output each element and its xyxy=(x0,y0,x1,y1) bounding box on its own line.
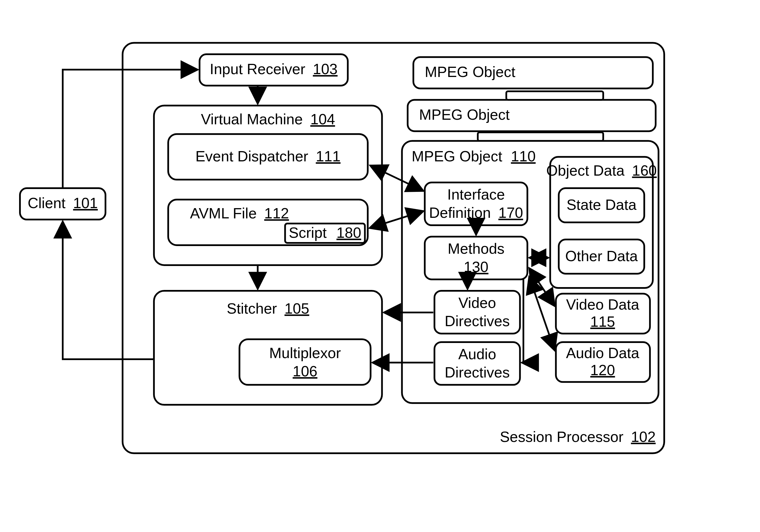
video-data-label: Video Data xyxy=(566,296,639,313)
avml-file-label: AVML File 112 xyxy=(190,205,289,222)
multiplexor-ref: 106 xyxy=(293,363,317,379)
interface-definition-label1: Interface xyxy=(447,186,505,203)
diagram-canvas: Session Processor 102 Client 101 Input R… xyxy=(0,0,760,532)
audio-data-ref: 120 xyxy=(590,362,615,378)
video-directives-label1: Video xyxy=(458,294,496,311)
script-label: Script 180 xyxy=(289,224,361,241)
methods-label: Methods xyxy=(448,240,504,257)
input-receiver-label: Input Receiver 103 xyxy=(210,61,338,77)
client-label: Client 101 xyxy=(28,195,98,211)
methods-ref: 130 xyxy=(464,259,489,275)
audio-directives-label2: Directives xyxy=(445,364,510,380)
multiplexor-label: Multiplexor xyxy=(269,345,341,361)
event-dispatcher-label: Event Dispatcher 111 xyxy=(195,148,341,164)
mpeg-object-label: MPEG Object 110 xyxy=(411,148,536,164)
mpeg-object-tab1 xyxy=(506,91,603,100)
stitcher-label: Stitcher 105 xyxy=(227,300,309,317)
audio-directives-label1: Audio xyxy=(458,346,496,362)
virtual-machine-label: Virtual Machine 104 xyxy=(201,111,335,127)
audio-data-label: Audio Data xyxy=(566,345,640,361)
session-processor-label: Session Processor 102 xyxy=(500,428,656,445)
state-data-label: State Data xyxy=(566,197,637,213)
object-data-label: Object Data 160 xyxy=(546,162,657,179)
mpeg-object-bg2-label: MPEG Object xyxy=(419,106,510,123)
mpeg-object-tab2 xyxy=(478,132,603,141)
other-data-label: Other Data xyxy=(565,248,638,264)
video-directives-label2: Directives xyxy=(445,313,510,329)
mpeg-object-bg1-label: MPEG Object xyxy=(425,64,515,80)
interface-definition-label2: Definition 170 xyxy=(429,204,523,221)
video-data-ref: 115 xyxy=(590,313,615,330)
